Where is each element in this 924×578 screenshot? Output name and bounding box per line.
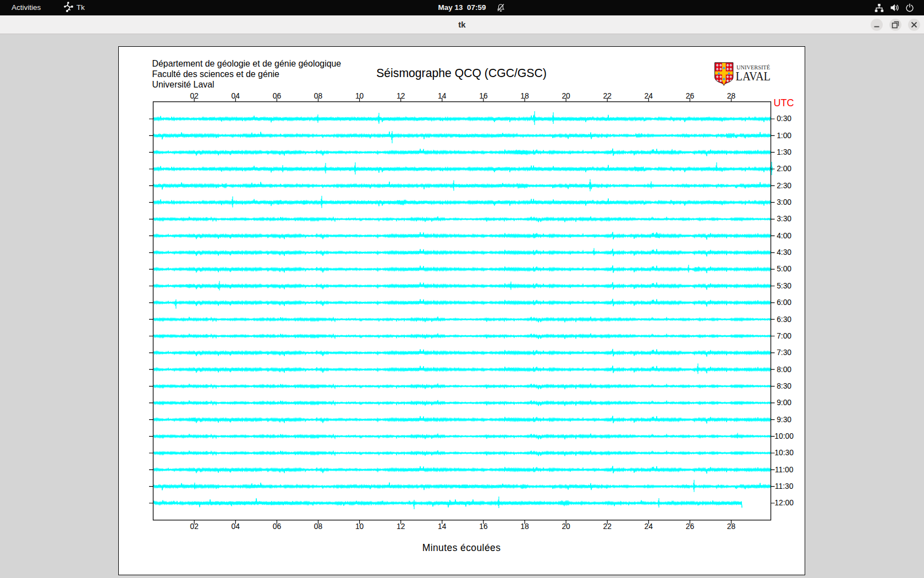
svg-text:7:00: 7:00 xyxy=(777,332,791,340)
svg-text:6:00: 6:00 xyxy=(777,298,791,307)
svg-text:1:30: 1:30 xyxy=(777,148,791,156)
svg-text:10: 10 xyxy=(355,92,364,100)
svg-text:24: 24 xyxy=(645,522,653,531)
svg-text:LAVAL: LAVAL xyxy=(736,69,771,83)
svg-text:04: 04 xyxy=(232,92,240,100)
svg-text:18: 18 xyxy=(520,92,529,100)
svg-text:12: 12 xyxy=(397,92,405,100)
svg-text:4:00: 4:00 xyxy=(777,232,791,240)
svg-text:02: 02 xyxy=(190,92,199,100)
svg-text:20: 20 xyxy=(562,522,570,531)
svg-text:8:00: 8:00 xyxy=(777,366,791,374)
svg-text:11:00: 11:00 xyxy=(775,466,794,474)
svg-text:04: 04 xyxy=(232,522,240,531)
svg-text:06: 06 xyxy=(273,522,282,531)
svg-text:24: 24 xyxy=(645,92,653,100)
svg-text:22: 22 xyxy=(603,92,612,100)
svg-text:02: 02 xyxy=(190,522,199,531)
svg-text:28: 28 xyxy=(727,92,736,100)
svg-text:2:30: 2:30 xyxy=(777,182,791,190)
svg-text:10:00: 10:00 xyxy=(774,432,794,440)
svg-text:14: 14 xyxy=(438,92,447,100)
svg-text:5:30: 5:30 xyxy=(777,282,791,290)
svg-text:20: 20 xyxy=(562,92,570,100)
svg-text:22: 22 xyxy=(603,522,612,531)
svg-text:08: 08 xyxy=(314,92,323,100)
svg-text:26: 26 xyxy=(686,522,695,531)
svg-text:10:30: 10:30 xyxy=(774,449,794,457)
svg-text:18: 18 xyxy=(520,522,529,531)
svg-text:28: 28 xyxy=(727,522,736,531)
svg-text:2:00: 2:00 xyxy=(777,165,791,173)
svg-text:26: 26 xyxy=(686,92,695,100)
svg-text:7:30: 7:30 xyxy=(777,348,791,357)
svg-text:12:00: 12:00 xyxy=(774,499,794,507)
svg-text:0:30: 0:30 xyxy=(777,114,791,123)
svg-text:3:30: 3:30 xyxy=(777,215,791,223)
svg-text:16: 16 xyxy=(479,522,488,531)
svg-text:14: 14 xyxy=(438,522,447,531)
svg-text:11:30: 11:30 xyxy=(775,482,794,490)
svg-text:6:30: 6:30 xyxy=(777,315,791,324)
svg-text:9:30: 9:30 xyxy=(777,416,791,424)
svg-text:3:00: 3:00 xyxy=(777,198,791,206)
svg-text:06: 06 xyxy=(273,92,282,100)
svg-text:4:30: 4:30 xyxy=(777,248,791,257)
svg-text:UTC: UTC xyxy=(774,97,794,108)
svg-text:10: 10 xyxy=(355,522,364,531)
svg-text:16: 16 xyxy=(479,92,488,100)
svg-text:9:00: 9:00 xyxy=(777,399,791,407)
svg-text:5:00: 5:00 xyxy=(777,265,791,273)
svg-text:8:30: 8:30 xyxy=(777,382,791,390)
svg-text:08: 08 xyxy=(314,522,323,531)
svg-text:1:00: 1:00 xyxy=(777,132,791,140)
svg-text:12: 12 xyxy=(397,522,405,531)
